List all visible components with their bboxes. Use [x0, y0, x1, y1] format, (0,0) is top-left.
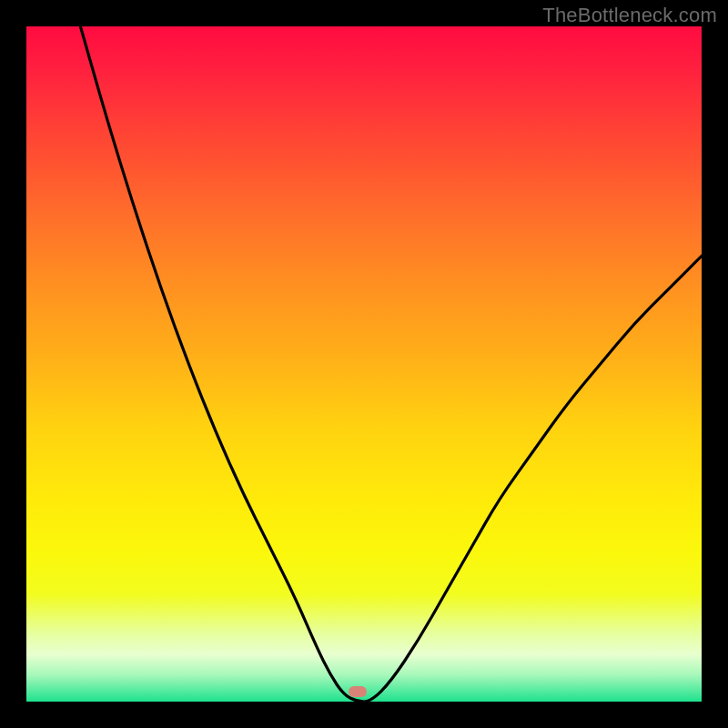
bottleneck-curve [26, 26, 702, 702]
plot-area [26, 26, 702, 702]
curve-path [80, 26, 702, 702]
watermark-text: TheBottleneck.com [542, 4, 717, 27]
optimal-marker [349, 686, 367, 697]
chart-frame: TheBottleneck.com [0, 0, 728, 728]
